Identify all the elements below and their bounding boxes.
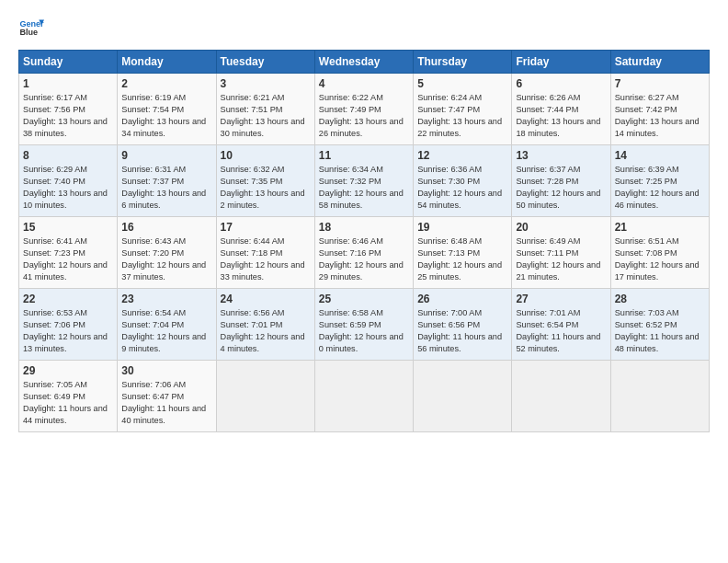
- day-sunrise: Sunrise: 6:32 AM: [221, 165, 285, 174]
- day-number: 20: [516, 221, 606, 234]
- day-daylight: Daylight: 13 hours and 14 minutes.: [615, 117, 700, 138]
- day-daylight: Daylight: 11 hours and 56 minutes.: [417, 332, 502, 353]
- day-daylight: Daylight: 13 hours and 22 minutes.: [417, 117, 502, 138]
- calendar-cell: 9 Sunrise: 6:31 AM Sunset: 7:37 PM Dayli…: [118, 145, 216, 217]
- day-sunrise: Sunrise: 6:58 AM: [319, 308, 383, 317]
- day-sunrise: Sunrise: 6:31 AM: [121, 165, 186, 174]
- day-sunrise: Sunrise: 6:54 AM: [121, 308, 186, 317]
- day-number: 17: [221, 221, 311, 234]
- day-daylight: Daylight: 12 hours and 0 minutes.: [319, 332, 404, 353]
- day-daylight: Daylight: 11 hours and 52 minutes.: [516, 332, 600, 353]
- day-sunset: Sunset: 7:30 PM: [417, 177, 480, 186]
- day-sunset: Sunset: 6:56 PM: [417, 320, 480, 329]
- day-number: 8: [23, 149, 113, 162]
- day-number: 11: [319, 149, 409, 162]
- day-number: 25: [319, 293, 409, 305]
- day-sunset: Sunset: 6:49 PM: [23, 392, 85, 401]
- day-number: 3: [221, 77, 311, 90]
- day-sunrise: Sunrise: 6:53 AM: [23, 308, 87, 317]
- day-daylight: Daylight: 12 hours and 33 minutes.: [221, 260, 305, 282]
- day-number: 15: [23, 221, 113, 234]
- day-daylight: Daylight: 12 hours and 17 minutes.: [615, 260, 700, 282]
- day-sunset: Sunset: 7:16 PM: [319, 248, 381, 258]
- day-sunset: Sunset: 7:32 PM: [319, 177, 381, 186]
- day-sunrise: Sunrise: 7:03 AM: [615, 308, 679, 317]
- day-sunrise: Sunrise: 6:51 AM: [615, 236, 679, 246]
- day-daylight: Daylight: 12 hours and 41 minutes.: [23, 260, 108, 282]
- day-number: 4: [319, 77, 409, 90]
- day-number: 27: [516, 293, 606, 305]
- col-friday: Friday: [512, 51, 610, 74]
- day-sunrise: Sunrise: 6:29 AM: [23, 165, 87, 174]
- day-sunset: Sunset: 7:20 PM: [121, 248, 184, 258]
- calendar-cell: 22 Sunrise: 6:53 AM Sunset: 7:06 PM Dayl…: [19, 289, 118, 361]
- day-number: 13: [516, 149, 606, 162]
- day-sunrise: Sunrise: 6:22 AM: [319, 93, 383, 102]
- calendar-header-row: Sunday Monday Tuesday Wednesday Thursday…: [19, 51, 710, 74]
- logo: General Blue: [18, 15, 28, 40]
- day-sunrise: Sunrise: 6:17 AM: [23, 93, 87, 102]
- calendar-cell: [610, 361, 709, 432]
- calendar-cell: 20 Sunrise: 6:49 AM Sunset: 7:11 PM Dayl…: [512, 217, 610, 289]
- day-sunrise: Sunrise: 6:21 AM: [221, 93, 285, 102]
- calendar-cell: 25 Sunrise: 6:58 AM Sunset: 6:59 PM Dayl…: [314, 289, 413, 361]
- calendar-cell: 19 Sunrise: 6:48 AM Sunset: 7:13 PM Dayl…: [414, 217, 512, 289]
- day-sunset: Sunset: 6:47 PM: [121, 392, 184, 401]
- calendar-cell: 13 Sunrise: 6:37 AM Sunset: 7:28 PM Dayl…: [512, 145, 610, 217]
- col-tuesday: Tuesday: [216, 51, 314, 74]
- day-number: 30: [121, 364, 211, 377]
- day-daylight: Daylight: 12 hours and 13 minutes.: [23, 332, 108, 353]
- day-sunrise: Sunrise: 6:36 AM: [417, 165, 482, 174]
- day-daylight: Daylight: 12 hours and 54 minutes.: [417, 189, 502, 210]
- day-number: 10: [221, 149, 311, 162]
- col-sunday: Sunday: [19, 51, 118, 74]
- calendar-cell: 10 Sunrise: 6:32 AM Sunset: 7:35 PM Dayl…: [216, 145, 314, 217]
- day-number: 22: [23, 293, 113, 305]
- calendar-cell: [216, 361, 314, 432]
- logo-icon: General Blue: [18, 15, 44, 40]
- svg-text:Blue: Blue: [19, 28, 38, 37]
- calendar-cell: 27 Sunrise: 7:01 AM Sunset: 6:54 PM Dayl…: [512, 289, 610, 361]
- calendar-cell: 14 Sunrise: 6:39 AM Sunset: 7:25 PM Dayl…: [610, 145, 709, 217]
- day-daylight: Daylight: 13 hours and 18 minutes.: [516, 117, 600, 138]
- day-sunrise: Sunrise: 6:41 AM: [23, 236, 87, 246]
- day-sunset: Sunset: 7:37 PM: [121, 177, 184, 186]
- day-daylight: Daylight: 13 hours and 34 minutes.: [121, 117, 206, 138]
- day-sunrise: Sunrise: 6:49 AM: [516, 236, 580, 246]
- day-number: 2: [121, 77, 211, 90]
- day-sunset: Sunset: 7:11 PM: [516, 248, 578, 258]
- day-sunrise: Sunrise: 6:39 AM: [615, 165, 679, 174]
- day-daylight: Daylight: 11 hours and 48 minutes.: [615, 332, 700, 353]
- day-number: 19: [417, 221, 507, 234]
- day-sunset: Sunset: 7:42 PM: [615, 105, 677, 114]
- day-daylight: Daylight: 12 hours and 46 minutes.: [615, 189, 700, 210]
- calendar-table: Sunday Monday Tuesday Wednesday Thursday…: [18, 50, 710, 432]
- day-sunset: Sunset: 7:51 PM: [221, 105, 283, 114]
- day-sunset: Sunset: 7:49 PM: [319, 105, 381, 114]
- day-daylight: Daylight: 13 hours and 26 minutes.: [319, 117, 404, 138]
- day-sunset: Sunset: 7:04 PM: [121, 320, 184, 329]
- day-sunrise: Sunrise: 6:26 AM: [516, 93, 580, 102]
- day-number: 18: [319, 221, 409, 234]
- calendar-cell: 21 Sunrise: 6:51 AM Sunset: 7:08 PM Dayl…: [610, 217, 709, 289]
- calendar-cell: 7 Sunrise: 6:27 AM Sunset: 7:42 PM Dayli…: [610, 74, 709, 145]
- day-sunset: Sunset: 6:52 PM: [615, 320, 677, 329]
- day-number: 16: [121, 221, 211, 234]
- day-number: 23: [121, 293, 211, 305]
- day-number: 5: [417, 77, 507, 90]
- calendar-cell: [314, 361, 413, 432]
- day-sunset: Sunset: 7:25 PM: [615, 177, 677, 186]
- day-sunrise: Sunrise: 6:46 AM: [319, 236, 383, 246]
- day-daylight: Daylight: 11 hours and 44 minutes.: [23, 404, 108, 425]
- calendar-cell: 17 Sunrise: 6:44 AM Sunset: 7:18 PM Dayl…: [216, 217, 314, 289]
- day-sunrise: Sunrise: 6:19 AM: [121, 93, 186, 102]
- day-sunrise: Sunrise: 6:24 AM: [417, 93, 482, 102]
- day-daylight: Daylight: 13 hours and 2 minutes.: [221, 189, 305, 210]
- col-wednesday: Wednesday: [314, 51, 413, 74]
- calendar-cell: 1 Sunrise: 6:17 AM Sunset: 7:56 PM Dayli…: [19, 74, 118, 145]
- day-daylight: Daylight: 12 hours and 21 minutes.: [516, 260, 600, 282]
- day-number: 24: [221, 293, 311, 305]
- day-number: 26: [417, 293, 507, 305]
- col-saturday: Saturday: [610, 51, 709, 74]
- day-daylight: Daylight: 13 hours and 6 minutes.: [121, 189, 206, 210]
